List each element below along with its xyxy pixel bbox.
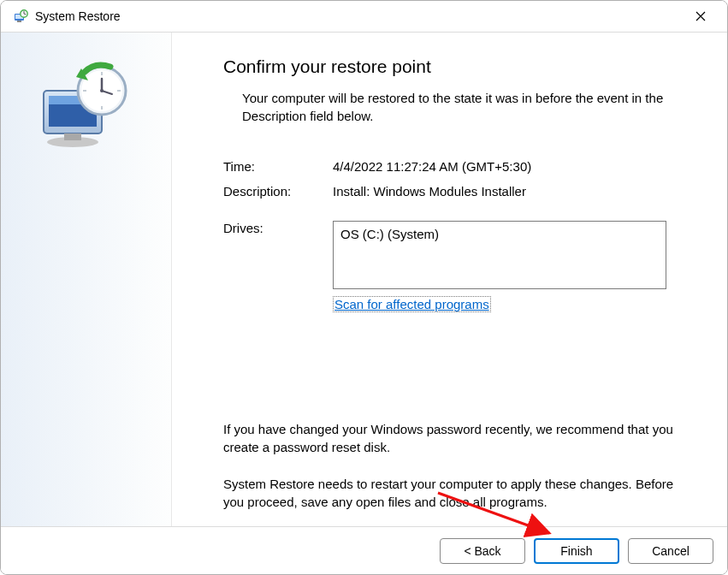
- drives-row: Drives: OS (C:) (System) Scan for affect…: [223, 221, 693, 312]
- description-row: Description: Install: Windows Modules In…: [223, 184, 693, 199]
- footer: < Back Finish Cancel: [1, 526, 727, 574]
- app-icon: [13, 9, 28, 24]
- system-restore-window: System Restore: [0, 0, 728, 575]
- scan-affected-programs-link[interactable]: Scan for affected programs: [333, 296, 491, 312]
- time-label: Time:: [223, 159, 333, 174]
- drives-item[interactable]: OS (C:) (System): [340, 227, 439, 241]
- system-restore-icon: [35, 56, 138, 159]
- close-button[interactable]: [681, 3, 720, 30]
- drives-container: OS (C:) (System) Scan for affected progr…: [333, 221, 666, 312]
- dialog-body: Confirm your restore point Your computer…: [1, 32, 727, 526]
- description-label: Description:: [223, 184, 333, 199]
- close-icon: [695, 11, 706, 21]
- cancel-button[interactable]: Cancel: [628, 538, 713, 564]
- titlebar: System Restore: [1, 1, 727, 32]
- svg-rect-8: [64, 133, 81, 140]
- description-value: Install: Windows Modules Installer: [333, 184, 693, 199]
- svg-rect-2: [17, 21, 21, 22]
- drives-label: Drives:: [223, 221, 333, 235]
- window-title: System Restore: [35, 9, 121, 23]
- page-subtitle: Your computer will be restored to the st…: [242, 89, 670, 125]
- password-warning-text: If you have changed your Windows passwor…: [223, 420, 693, 456]
- svg-point-17: [100, 89, 104, 92]
- restart-warning-text: System Restore needs to restart your com…: [223, 475, 693, 511]
- page-heading: Confirm your restore point: [223, 56, 693, 77]
- content-panel: Confirm your restore point Your computer…: [172, 33, 727, 526]
- drives-listbox[interactable]: OS (C:) (System): [333, 221, 666, 289]
- finish-button[interactable]: Finish: [534, 538, 619, 564]
- time-value: 4/4/2022 11:27:24 AM (GMT+5:30): [333, 159, 693, 174]
- back-button[interactable]: < Back: [440, 538, 525, 564]
- time-row: Time: 4/4/2022 11:27:24 AM (GMT+5:30): [223, 159, 693, 174]
- warning-area: If you have changed your Windows passwor…: [223, 420, 693, 511]
- side-panel: [1, 33, 172, 526]
